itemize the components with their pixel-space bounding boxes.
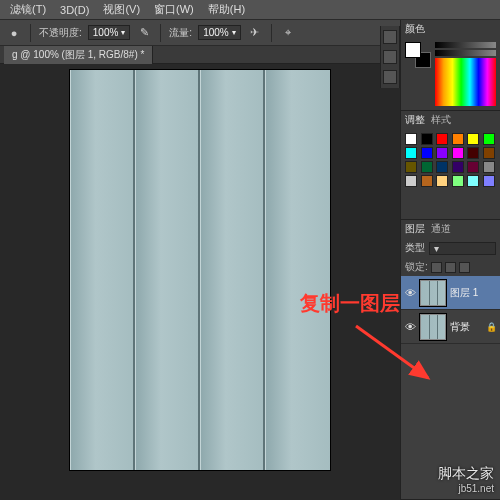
- watermark: 脚本之家 jb51.net: [438, 465, 494, 494]
- swatch[interactable]: [483, 161, 495, 173]
- layer-row[interactable]: 👁背景🔒: [401, 310, 500, 344]
- opacity-label: 不透明度:: [39, 26, 82, 40]
- swatch[interactable]: [436, 175, 448, 187]
- swatch[interactable]: [452, 147, 464, 159]
- lock-label: 锁定:: [405, 260, 428, 274]
- opacity-combo[interactable]: 100%: [88, 25, 131, 40]
- swatch[interactable]: [483, 175, 495, 187]
- watermark-line2: jb51.net: [438, 483, 494, 494]
- visibility-eye-icon[interactable]: 👁: [404, 321, 416, 333]
- swatch[interactable]: [467, 175, 479, 187]
- slider[interactable]: [435, 50, 496, 56]
- swatch[interactable]: [483, 133, 495, 145]
- kind-combo[interactable]: ▾: [429, 242, 496, 255]
- color-ramp[interactable]: [435, 58, 496, 106]
- menu-bar: 滤镜(T) 3D(D) 视图(V) 窗口(W) 帮助(H): [0, 0, 500, 20]
- image-content: [70, 70, 135, 470]
- swatches-panel: 调整 样式: [401, 111, 500, 220]
- styles-tab[interactable]: 样式: [431, 113, 451, 127]
- swatch[interactable]: [467, 133, 479, 145]
- swatch[interactable]: [405, 147, 417, 159]
- layer-thumbnail[interactable]: [420, 314, 446, 340]
- collapsed-panel-dock: [380, 26, 400, 88]
- swatch[interactable]: [436, 133, 448, 145]
- swatch[interactable]: [421, 133, 433, 145]
- swatch[interactable]: [483, 147, 495, 159]
- swatch[interactable]: [436, 147, 448, 159]
- layers-panel: 图层 通道 类型 ▾ 锁定: 👁图层 1👁背景🔒: [401, 220, 500, 500]
- image-content: [265, 70, 330, 470]
- panels-column: 颜色 调整 样式 图层 通道 类型 ▾: [400, 20, 500, 500]
- separator: [271, 24, 272, 42]
- swatch[interactable]: [452, 175, 464, 187]
- brush-preset-icon[interactable]: ●: [6, 25, 22, 41]
- swatches-panel-header: 调整 样式: [401, 111, 500, 129]
- dock-icon[interactable]: [383, 30, 397, 44]
- canvas-stage: [0, 64, 400, 500]
- layer-thumbnail[interactable]: [420, 280, 446, 306]
- swatch[interactable]: [405, 175, 417, 187]
- foreground-color[interactable]: [405, 42, 421, 58]
- lock-position-icon[interactable]: [445, 262, 456, 273]
- swatch[interactable]: [452, 161, 464, 173]
- swatch[interactable]: [467, 147, 479, 159]
- dock-icon[interactable]: [383, 70, 397, 84]
- flow-combo[interactable]: 100%: [198, 25, 241, 40]
- separator: [160, 24, 161, 42]
- lock-pixels-icon[interactable]: [431, 262, 442, 273]
- color-panel-header: 颜色: [401, 20, 500, 38]
- pressure-opacity-icon[interactable]: ✎: [136, 25, 152, 41]
- swatch[interactable]: [405, 161, 417, 173]
- lock-all-icon[interactable]: [459, 262, 470, 273]
- adjustments-tab[interactable]: 调整: [405, 113, 425, 127]
- menu-window[interactable]: 窗口(W): [148, 0, 200, 19]
- flow-label: 流量:: [169, 26, 192, 40]
- foreground-background-swatch[interactable]: [405, 42, 431, 68]
- swatch[interactable]: [421, 175, 433, 187]
- menu-view[interactable]: 视图(V): [97, 0, 146, 19]
- layers-tab[interactable]: 图层: [405, 222, 425, 236]
- lock-row: 锁定:: [401, 258, 500, 276]
- layer-filter-row: 类型 ▾: [401, 238, 500, 258]
- color-panel: 颜色: [401, 20, 500, 111]
- layers-panel-header: 图层 通道: [401, 220, 500, 238]
- watermark-line1: 脚本之家: [438, 465, 494, 481]
- color-tab[interactable]: 颜色: [405, 22, 425, 36]
- color-sliders: [435, 42, 496, 106]
- dock-icon[interactable]: [383, 50, 397, 64]
- canvas[interactable]: [70, 70, 330, 470]
- airbrush-icon[interactable]: ✈: [247, 25, 263, 41]
- menu-3d[interactable]: 3D(D): [54, 2, 95, 18]
- swatch[interactable]: [436, 161, 448, 173]
- menu-help[interactable]: 帮助(H): [202, 0, 251, 19]
- pressure-size-icon[interactable]: ⌖: [280, 25, 296, 41]
- image-content: [200, 70, 265, 470]
- swatch[interactable]: [421, 147, 433, 159]
- slider[interactable]: [435, 42, 496, 48]
- swatch[interactable]: [467, 161, 479, 173]
- kind-label: 类型: [405, 241, 425, 255]
- visibility-eye-icon[interactable]: 👁: [404, 287, 416, 299]
- channels-tab[interactable]: 通道: [431, 222, 451, 236]
- layer-name[interactable]: 图层 1: [450, 286, 478, 300]
- menu-filter[interactable]: 滤镜(T): [4, 0, 52, 19]
- lock-icon: 🔒: [486, 322, 497, 332]
- swatch[interactable]: [405, 133, 417, 145]
- layer-name[interactable]: 背景: [450, 320, 470, 334]
- layer-row[interactable]: 👁图层 1: [401, 276, 500, 310]
- separator: [30, 24, 31, 42]
- swatch[interactable]: [421, 161, 433, 173]
- swatch[interactable]: [452, 133, 464, 145]
- document-tab[interactable]: g @ 100% (图层 1, RGB/8#) *: [4, 46, 153, 64]
- image-content: [135, 70, 200, 470]
